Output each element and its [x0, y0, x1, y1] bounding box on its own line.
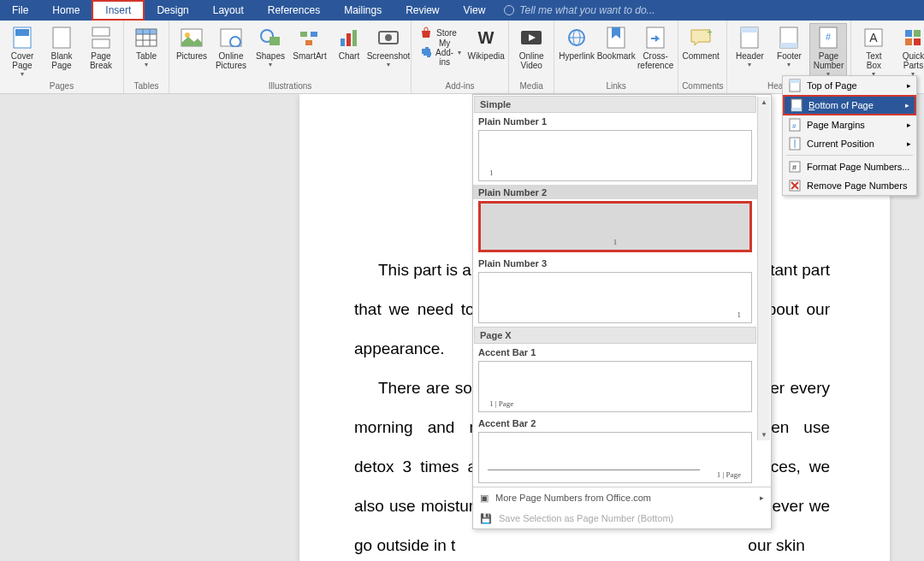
- svg-rect-47: [790, 80, 800, 83]
- menu-current-position[interactable]: Current Position▸: [783, 134, 916, 153]
- blank-page-button[interactable]: BlankPage: [43, 23, 80, 79]
- gallery-item-plain3[interactable]: 1: [478, 272, 752, 323]
- cover-page-icon: [10, 26, 34, 50]
- current-position-icon: [788, 137, 802, 151]
- group-links: Hyperlink Bookmark Cross-reference Links: [554, 21, 678, 93]
- header-button[interactable]: Header▾: [731, 23, 768, 79]
- shapes-button[interactable]: Shapes▾: [252, 23, 289, 71]
- screenshot-button[interactable]: Screenshot▾: [370, 23, 407, 71]
- gallery-footer: ▣More Page Numbers from Office.com▸ 💾Sav…: [473, 487, 771, 529]
- pictures-button[interactable]: Pictures: [173, 23, 210, 71]
- my-addins-icon: [419, 45, 431, 59]
- my-addins-button[interactable]: My Add-ins▾: [415, 43, 465, 62]
- group-tables-label: Tables: [127, 80, 165, 92]
- gallery-item-plain2[interactable]: 1: [478, 201, 752, 252]
- group-addins: Store My Add-ins▾ WWikipedia Add-ins: [412, 21, 509, 93]
- svg-rect-19: [305, 40, 312, 45]
- menu-top-of-page[interactable]: Top of Page▸: [783, 76, 916, 95]
- shapes-icon: [258, 26, 282, 50]
- tab-mailings[interactable]: Mailings: [332, 0, 394, 21]
- group-links-label: Links: [558, 80, 674, 92]
- page-margins-icon: #: [788, 118, 802, 132]
- wikipedia-icon: W: [474, 26, 498, 50]
- scroll-down-icon[interactable]: ▼: [761, 431, 767, 439]
- pictures-icon: [180, 26, 204, 50]
- tab-home[interactable]: Home: [40, 0, 92, 21]
- comment-button[interactable]: +Comment: [682, 23, 720, 62]
- scroll-up-icon[interactable]: ▲: [761, 98, 767, 106]
- svg-rect-36: [780, 43, 797, 48]
- blank-page-icon: [50, 26, 74, 50]
- tab-view[interactable]: View: [452, 0, 498, 21]
- svg-text:+: +: [707, 28, 712, 38]
- gallery-item-plain1[interactable]: 1: [478, 130, 752, 181]
- group-comments: +Comment Comments: [678, 21, 727, 93]
- bookmark-icon: [604, 26, 628, 50]
- smartart-button[interactable]: SmartArt: [291, 23, 329, 71]
- svg-text:W: W: [478, 28, 495, 47]
- table-button[interactable]: Table▾: [127, 23, 165, 69]
- gallery-scrollbar[interactable]: ▲▼: [757, 97, 770, 440]
- menu-bar: File Home Insert Design Layout Reference…: [0, 0, 924, 21]
- wikipedia-button[interactable]: WWikipedia: [467, 23, 505, 62]
- footer-button[interactable]: Footer▾: [770, 23, 808, 79]
- gallery-save-selection: 💾Save Selection as Page Number (Bottom): [473, 508, 771, 529]
- quick-parts-icon: [901, 26, 924, 50]
- save-icon: 💾: [480, 513, 492, 524]
- page-number-button[interactable]: #PageNumber▾: [809, 23, 847, 79]
- group-media-label: Media: [512, 80, 550, 92]
- group-comments-label: Comments: [682, 80, 723, 92]
- gallery-section-pagex: Page X: [474, 327, 756, 344]
- page-break-button[interactable]: PageBreak: [82, 23, 120, 79]
- svg-rect-21: [346, 33, 351, 46]
- svg-point-24: [385, 34, 392, 41]
- tab-insert[interactable]: Insert: [92, 0, 145, 21]
- hyperlink-button[interactable]: Hyperlink: [558, 23, 595, 71]
- gallery-section-simple: Simple: [474, 96, 756, 113]
- menu-bottom-of-page[interactable]: Bottom of Page▸: [783, 95, 916, 115]
- gallery-item-accent2-label: Accent Bar 2: [473, 416, 757, 430]
- svg-rect-43: [905, 38, 912, 45]
- group-pages-label: Pages: [3, 80, 120, 92]
- menu-page-margins[interactable]: #Page Margins▸: [783, 115, 916, 134]
- bookmark-button[interactable]: Bookmark: [597, 23, 635, 71]
- svg-text:#: #: [826, 32, 832, 42]
- group-illustrations-label: Illustrations: [173, 80, 407, 92]
- svg-rect-41: [905, 30, 912, 37]
- quick-parts-button[interactable]: QuickParts▾: [894, 23, 924, 79]
- gallery-more-from-office[interactable]: ▣More Page Numbers from Office.com▸: [473, 487, 771, 508]
- menu-remove-page-numbers[interactable]: Remove Page Numbers: [783, 176, 916, 195]
- tab-layout[interactable]: Layout: [201, 0, 256, 21]
- tell-me-search[interactable]: Tell me what you want to do...: [497, 0, 924, 21]
- chart-icon: [337, 26, 361, 50]
- svg-rect-1: [15, 29, 29, 36]
- tab-file[interactable]: File: [0, 0, 40, 21]
- svg-rect-2: [53, 27, 70, 48]
- gallery-item-plain1-label: Plain Number 1: [473, 114, 757, 128]
- text-box-button[interactable]: ATextBox▾: [855, 23, 892, 79]
- top-of-page-icon: [788, 79, 802, 92]
- gallery-item-accent2[interactable]: 1 | Page: [478, 432, 752, 483]
- remove-page-numbers-icon: [788, 179, 802, 192]
- page-number-icon: #: [816, 26, 840, 50]
- page-number-gallery: Simple Plain Number 1 1 Plain Number 2 1…: [472, 94, 772, 529]
- office-icon: ▣: [480, 493, 489, 504]
- svg-rect-17: [300, 32, 307, 37]
- svg-text:#: #: [792, 122, 797, 130]
- cover-page-button[interactable]: CoverPage▾: [3, 23, 41, 79]
- gallery-item-accent1[interactable]: 1 | Page: [478, 361, 752, 412]
- menu-format-page-numbers[interactable]: #Format Page Numbers...: [783, 157, 916, 176]
- chart-button[interactable]: Chart: [330, 23, 368, 71]
- group-tables: Table▾ Tables: [124, 21, 169, 93]
- online-pictures-button[interactable]: OnlinePictures: [212, 23, 250, 71]
- tab-references[interactable]: References: [256, 0, 332, 21]
- cross-reference-icon: [643, 26, 667, 50]
- screenshot-icon: [376, 26, 400, 50]
- tab-design[interactable]: Design: [145, 0, 200, 21]
- group-illustrations: Pictures OnlinePictures Shapes▾ SmartArt…: [169, 21, 412, 93]
- online-video-button[interactable]: OnlineVideo: [512, 23, 550, 71]
- cross-reference-button[interactable]: Cross-reference: [637, 23, 674, 71]
- tab-review[interactable]: Review: [394, 0, 451, 21]
- svg-text:A: A: [870, 31, 879, 44]
- group-media: OnlineVideo Media: [509, 21, 554, 93]
